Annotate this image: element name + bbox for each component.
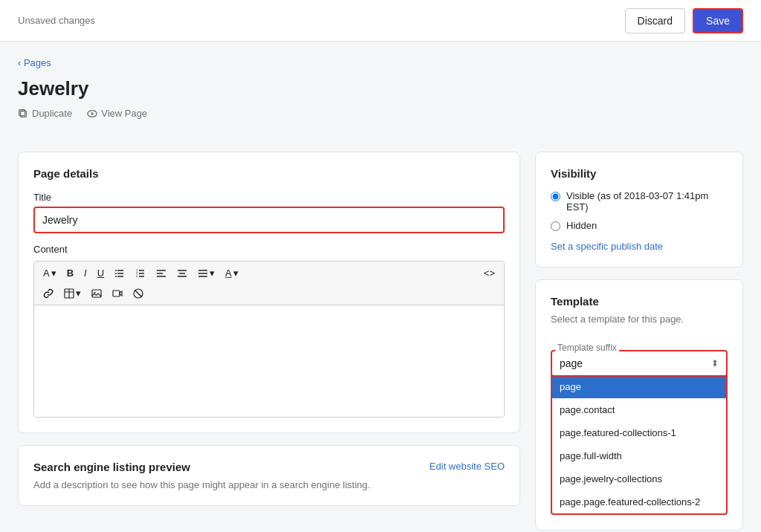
visibility-radio-group: Visible (as of 2018-03-07 1:41pm EST) Hi…	[551, 190, 728, 231]
duplicate-link[interactable]: Duplicate	[18, 108, 72, 119]
font-button[interactable]: A ▾	[39, 265, 61, 282]
rte-body[interactable]	[34, 305, 504, 417]
svg-line-32	[135, 291, 141, 296]
title-input[interactable]	[33, 207, 505, 233]
rich-text-editor: A ▾ B I U 123	[33, 261, 505, 418]
breadcrumb-link[interactable]: Pages	[18, 57, 51, 68]
seo-header: Search engine listing preview Edit websi…	[33, 461, 505, 473]
table-icon	[64, 288, 74, 299]
seo-card: Search engine listing preview Edit websi…	[18, 445, 520, 506]
left-column: Page details Title Content A ▾ B I	[18, 152, 520, 531]
breadcrumb: Pages	[18, 56, 743, 68]
rte-format-group: A ▾ B I U 123	[39, 265, 243, 282]
font-color-button[interactable]: A ▾	[221, 265, 243, 282]
rte-insert-group: ▾	[39, 285, 148, 302]
eye-icon	[87, 108, 97, 119]
svg-text:3: 3	[136, 274, 138, 278]
rte-toolbar: A ▾ B I U 123	[34, 262, 504, 305]
duplicate-icon	[18, 108, 28, 119]
template-description: Select a template for this page.	[551, 314, 728, 325]
publish-date-link[interactable]: Set a specific publish date	[551, 241, 663, 252]
svg-point-8	[115, 273, 117, 274]
image-button[interactable]	[87, 285, 106, 302]
page-actions: Duplicate View Page	[18, 108, 743, 119]
seo-title: Search engine listing preview	[33, 461, 190, 473]
visibility-option-hidden: Hidden	[551, 220, 728, 231]
numbered-list-button[interactable]: 123	[131, 265, 150, 282]
page-details-card: Page details Title Content A ▾ B I	[18, 152, 520, 433]
align-left-button[interactable]	[152, 265, 171, 282]
table-button[interactable]: ▾	[59, 285, 85, 302]
duplicate-label: Duplicate	[32, 108, 72, 119]
underline-button[interactable]: U	[93, 265, 109, 282]
link-icon	[43, 288, 54, 299]
dropdown-item-jewelry[interactable]: page.jewelry-collections	[552, 467, 726, 490]
visibility-card: Visibility Visible (as of 2018-03-07 1:4…	[535, 152, 743, 267]
svg-rect-30	[113, 291, 120, 296]
title-label: Title	[33, 192, 505, 203]
dropdown-item-featured-2[interactable]: page.page.featured-collections-2	[552, 490, 726, 513]
rte-toolbar-row-2: ▾	[39, 285, 499, 302]
template-dropdown-wrapper: page page.contact page.featured-collecti…	[551, 350, 728, 377]
discard-button[interactable]: Discard	[625, 8, 685, 33]
view-page-link[interactable]: View Page	[87, 108, 147, 119]
align-center-icon	[177, 268, 187, 279]
template-suffix-label: Template suffix	[555, 343, 619, 353]
align-more-icon	[198, 268, 208, 279]
numbered-list-icon: 123	[135, 268, 146, 279]
page-title: Jewelry	[18, 77, 743, 100]
main-content: Page details Title Content A ▾ B I	[0, 134, 761, 532]
remove-format-icon	[133, 288, 143, 299]
dropdown-item-contact[interactable]: page.contact	[552, 398, 726, 421]
template-title: Template	[551, 295, 728, 308]
template-select[interactable]: page page.contact page.featured-collecti…	[552, 351, 726, 375]
svg-point-29	[94, 291, 96, 293]
link-button[interactable]	[39, 285, 58, 302]
source-button[interactable]: <>	[479, 265, 499, 282]
top-bar: Unsaved changes Discard Save	[0, 0, 761, 42]
seo-description: Add a description to see how this page m…	[33, 479, 505, 490]
top-bar-actions: Discard Save	[625, 8, 743, 33]
remove-format-button[interactable]	[129, 285, 148, 302]
video-icon	[112, 288, 123, 299]
italic-button[interactable]: I	[80, 265, 91, 282]
dropdown-item-page[interactable]: page	[552, 375, 726, 398]
template-card: Template Select a template for this page…	[535, 279, 743, 531]
visible-label: Visible (as of 2018-03-07 1:41pm EST)	[566, 190, 728, 213]
bullet-list-icon	[114, 268, 125, 279]
align-dropdown-button[interactable]: ▾	[193, 265, 219, 282]
template-suffix-label-wrapper: Template suffix	[551, 335, 728, 350]
video-button[interactable]	[108, 285, 127, 302]
align-center-button[interactable]	[172, 265, 192, 282]
seo-edit-link[interactable]: Edit website SEO	[430, 461, 505, 472]
visibility-title: Visibility	[551, 167, 728, 180]
svg-rect-28	[92, 290, 101, 297]
hidden-label: Hidden	[566, 220, 597, 231]
svg-point-9	[115, 276, 117, 277]
svg-point-7	[115, 270, 117, 271]
bullet-list-button[interactable]	[110, 265, 129, 282]
visible-radio[interactable]	[551, 192, 560, 201]
align-left-icon	[156, 268, 166, 279]
right-column: Visibility Visible (as of 2018-03-07 1:4…	[535, 152, 743, 531]
page-header: Pages Jewelry Duplicate View Page	[0, 42, 761, 119]
image-icon	[91, 288, 102, 299]
rte-toolbar-row-1: A ▾ B I U 123	[39, 265, 499, 282]
dropdown-item-featured-1[interactable]: page.featured-collections-1	[552, 421, 726, 444]
hidden-radio[interactable]	[551, 221, 560, 231]
view-page-label: View Page	[101, 108, 147, 119]
content-label: Content	[33, 244, 505, 255]
bold-button[interactable]: B	[62, 265, 78, 282]
dropdown-item-full-width[interactable]: page.full-width	[552, 444, 726, 467]
save-button[interactable]: Save	[693, 8, 743, 33]
page-details-title: Page details	[33, 167, 505, 180]
svg-point-3	[91, 112, 94, 115]
visibility-option-visible: Visible (as of 2018-03-07 1:41pm EST)	[551, 190, 728, 213]
unsaved-status: Unsaved changes	[18, 15, 95, 26]
template-dropdown-list: page page.contact page.featured-collecti…	[551, 375, 728, 515]
